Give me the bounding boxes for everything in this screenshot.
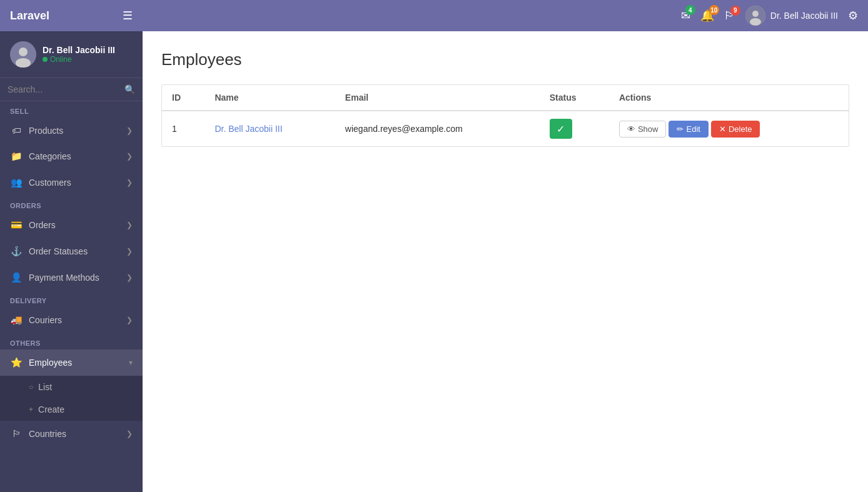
sidebar: Dr. Bell Jacobii III Online 🔍 SELL 🏷 Pro…	[0, 31, 143, 492]
edit-icon: ✏	[677, 124, 684, 134]
col-email: Email	[335, 85, 540, 111]
section-others: OTHERS	[0, 333, 143, 349]
section-delivery: DELIVERY	[0, 291, 143, 307]
col-id: ID	[162, 85, 204, 111]
cell-id: 1	[162, 111, 204, 146]
sidebar-item-countries[interactable]: 🏳 Countries ❯	[0, 421, 143, 446]
cell-email: wiegand.reyes@example.com	[335, 111, 540, 146]
products-arrow: ❯	[126, 126, 133, 135]
col-name: Name	[204, 85, 335, 111]
topnav-right: ✉ 4 🔔 10 🏳 9 Dr. Bell Jacobii III ⚙	[681, 6, 858, 26]
brand-logo: Laravel	[10, 9, 123, 23]
eye-icon: 👁	[627, 124, 635, 134]
svg-point-1	[752, 11, 759, 17]
customers-icon: 👥	[10, 177, 23, 188]
countries-icon: 🏳	[10, 428, 23, 439]
orders-icon: 💳	[10, 219, 23, 231]
sidebar-item-payment-methods[interactable]: 👤 Payment Methods ❯	[0, 264, 143, 291]
sidebar-label-products: Products	[29, 126, 120, 136]
main-content-area: Employees ID Name Email Status Actions	[143, 31, 868, 492]
page-title: Employees	[161, 50, 849, 69]
order-statuses-arrow: ❯	[126, 247, 133, 256]
settings-icon[interactable]: ⚙	[848, 9, 858, 23]
main-content: Employees ID Name Email Status Actions	[143, 31, 868, 492]
topnav: Laravel ☰ ✉ 4 🔔 10 🏳 9 Dr. Bell Jacobii …	[0, 0, 868, 31]
sidebar-label-employees: Employees	[29, 358, 123, 368]
sidebar-user-status: Online	[43, 55, 115, 64]
sidebar-user-name: Dr. Bell Jacobii III	[43, 45, 115, 55]
sidebar-label-categories: Categories	[29, 151, 120, 161]
search-icon: 🔍	[124, 84, 135, 94]
email-icon-wrap[interactable]: ✉ 4	[681, 9, 690, 23]
sidebar-item-couriers[interactable]: 🚚 Couriers ❯	[0, 307, 143, 333]
edit-button[interactable]: ✏ Edit	[669, 121, 708, 138]
sidebar-label-orders: Orders	[29, 220, 120, 230]
sidebar-item-products[interactable]: 🏷 Products ❯	[0, 118, 143, 143]
col-actions: Actions	[609, 85, 849, 111]
table-row: 1 Dr. Bell Jacobii III wiegand.reyes@exa…	[162, 111, 849, 146]
delete-button[interactable]: ✕ Delete	[711, 121, 760, 138]
couriers-icon: 🚚	[10, 314, 23, 326]
online-dot	[43, 57, 48, 62]
cell-actions: 👁 Show ✏ Edit ✕ Delete	[609, 111, 849, 146]
sidebar-sub-list[interactable]: ○ List	[0, 376, 143, 398]
sidebar-item-order-statuses[interactable]: ⚓ Order Statuses ❯	[0, 238, 143, 264]
svg-point-4	[19, 48, 28, 56]
topnav-user-name: Dr. Bell Jacobii III	[770, 11, 838, 21]
sidebar-avatar	[10, 41, 36, 68]
sidebar-user: Dr. Bell Jacobii III Online	[0, 31, 143, 78]
actions-cell: 👁 Show ✏ Edit ✕ Delete	[619, 121, 839, 138]
search-input[interactable]	[8, 84, 119, 94]
sidebar-label-customers: Customers	[29, 178, 120, 188]
sidebar-search-wrap: 🔍	[0, 78, 143, 101]
sidebar-label-countries: Countries	[29, 429, 120, 439]
online-status: Online	[50, 55, 72, 64]
employees-table-wrapper: ID Name Email Status Actions 1 Dr. Bell …	[161, 84, 849, 147]
cell-status: ✓	[540, 111, 609, 146]
col-status: Status	[540, 85, 609, 111]
sidebar-item-employees[interactable]: ⭐ Employees ▾	[0, 349, 143, 376]
list-sub-icon: ○	[29, 383, 33, 391]
status-check-button[interactable]: ✓	[550, 119, 572, 139]
delete-icon: ✕	[719, 124, 726, 134]
bell-badge: 10	[709, 5, 719, 15]
categories-arrow: ❯	[126, 152, 133, 161]
sidebar-label-payment-methods: Payment Methods	[29, 273, 120, 283]
section-sell: SELL	[0, 101, 143, 118]
topnav-avatar	[745, 6, 765, 26]
orders-arrow: ❯	[126, 221, 133, 229]
sidebar-label-couriers: Couriers	[29, 315, 120, 325]
employees-icon: ⭐	[10, 357, 23, 368]
user-menu[interactable]: Dr. Bell Jacobii III	[745, 6, 838, 26]
flag-badge: 9	[730, 6, 740, 16]
categories-icon: 📁	[10, 151, 23, 162]
employees-table: ID Name Email Status Actions 1 Dr. Bell …	[162, 85, 849, 146]
employee-name-link[interactable]: Dr. Bell Jacobii III	[214, 124, 282, 134]
create-sub-icon: +	[29, 405, 33, 414]
customers-arrow: ❯	[126, 178, 133, 187]
svg-point-2	[750, 18, 761, 26]
sidebar-item-categories[interactable]: 📁 Categories ❯	[0, 143, 143, 169]
table-body: 1 Dr. Bell Jacobii III wiegand.reyes@exa…	[162, 111, 849, 146]
sidebar-sub-label-create: Create	[38, 404, 64, 414]
sidebar-item-customers[interactable]: 👥 Customers ❯	[0, 169, 143, 196]
flag-icon-wrap[interactable]: 🏳 9	[724, 9, 735, 23]
payment-methods-icon: 👤	[10, 272, 23, 283]
section-orders: ORDERS	[0, 196, 143, 212]
bell-icon-wrap[interactable]: 🔔 10	[700, 9, 714, 23]
countries-arrow: ❯	[126, 429, 133, 438]
layout: Dr. Bell Jacobii III Online 🔍 SELL 🏷 Pro…	[0, 31, 868, 492]
hamburger-button[interactable]: ☰	[123, 9, 133, 23]
sidebar-user-info: Dr. Bell Jacobii III Online	[43, 45, 115, 64]
table-header-row: ID Name Email Status Actions	[162, 85, 849, 111]
sidebar-item-orders[interactable]: 💳 Orders ❯	[0, 212, 143, 238]
cell-name: Dr. Bell Jacobii III	[204, 111, 335, 146]
email-badge: 4	[685, 5, 695, 15]
table-head: ID Name Email Status Actions	[162, 85, 849, 111]
show-button[interactable]: 👁 Show	[619, 121, 667, 138]
order-statuses-icon: ⚓	[10, 246, 23, 257]
sidebar-sub-create[interactable]: + Create	[0, 398, 143, 421]
sidebar-label-order-statuses: Order Statuses	[29, 246, 120, 256]
payment-methods-arrow: ❯	[126, 273, 133, 282]
products-icon: 🏷	[10, 125, 23, 136]
